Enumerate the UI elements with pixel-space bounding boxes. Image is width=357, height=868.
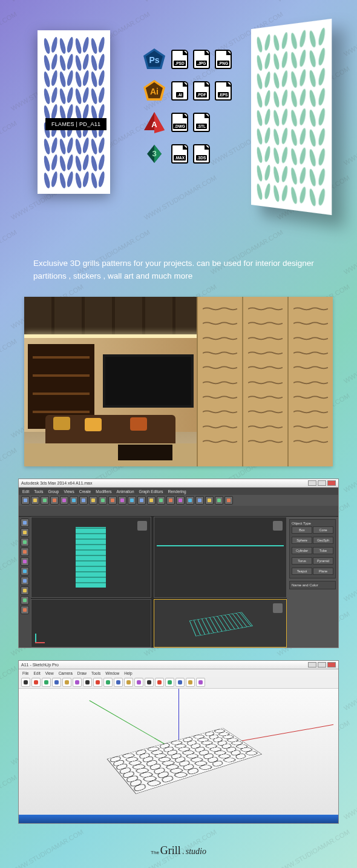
tool-icon[interactable] (21, 528, 29, 537)
svg-text:3: 3 (152, 149, 156, 158)
menu-item[interactable]: Graph Editors (139, 489, 163, 494)
create-button[interactable]: GeoSph (313, 537, 333, 544)
create-button[interactable]: Pyramid (313, 557, 333, 565)
file-badge: .STL (193, 113, 210, 132)
tool-icon[interactable] (21, 606, 29, 614)
maximize-button[interactable] (318, 480, 326, 486)
tool-icon[interactable] (62, 678, 71, 687)
tool-icon[interactable] (21, 596, 29, 605)
format-row-3dsmax: 3 .MAX .3DS (142, 142, 232, 166)
tool-icon[interactable] (155, 678, 164, 687)
tool-icon[interactable] (145, 678, 154, 687)
tool-icon[interactable] (79, 496, 88, 505)
tool-icon[interactable] (134, 678, 143, 687)
menu-item[interactable]: File (22, 671, 28, 675)
tool-icon[interactable] (21, 496, 30, 505)
tool-icon[interactable] (224, 496, 233, 505)
tool-icon[interactable] (137, 496, 146, 505)
tool-icon[interactable] (99, 496, 107, 505)
minimize-button[interactable] (308, 662, 316, 668)
max-left-toolbar (19, 517, 31, 648)
create-button[interactable]: Box (292, 526, 312, 534)
tool-icon[interactable] (21, 557, 29, 566)
tool-icon[interactable] (21, 567, 29, 575)
create-button[interactable]: Sphere (292, 537, 312, 544)
illustrator-icon: Ai (142, 79, 166, 103)
menu-item[interactable]: Create (79, 489, 91, 494)
tool-icon[interactable] (21, 548, 29, 556)
3dsmax-screenshot: Autodesk 3ds Max 2014 x64 A11.max Edit T… (18, 479, 339, 648)
viewport-top[interactable] (154, 517, 287, 598)
tool-icon[interactable] (31, 678, 41, 687)
menu-item[interactable]: Help (124, 671, 132, 675)
tool-icon[interactable] (166, 496, 175, 505)
tool-icon[interactable] (73, 678, 82, 687)
viewport-perspective[interactable] (154, 599, 287, 648)
tool-icon[interactable] (215, 496, 223, 505)
menu-item[interactable]: View (45, 671, 54, 675)
tool-icon[interactable] (195, 496, 204, 505)
tool-icon[interactable] (31, 496, 39, 505)
create-button[interactable]: Teapot (292, 568, 312, 575)
svg-text:Ai: Ai (150, 87, 159, 96)
menu-item[interactable]: Edit (33, 671, 40, 675)
tool-icon[interactable] (175, 678, 185, 687)
menu-item[interactable]: Tools (34, 489, 43, 494)
tool-icon[interactable] (165, 678, 174, 687)
create-button[interactable]: Plane (313, 568, 333, 575)
sketchup-viewport[interactable] (19, 689, 338, 815)
tool-icon[interactable] (21, 538, 29, 546)
menu-item[interactable]: Window (105, 671, 119, 675)
menu-item[interactable]: Animation (117, 489, 134, 494)
create-button[interactable]: Cylinder (292, 547, 312, 554)
tool-icon[interactable] (41, 496, 49, 505)
tool-icon[interactable] (89, 496, 97, 505)
create-button[interactable]: Tube (313, 547, 333, 554)
create-button[interactable]: Cone (313, 526, 333, 534)
tool-icon[interactable] (83, 678, 92, 687)
tool-icon[interactable] (50, 496, 59, 505)
viewport-left[interactable] (31, 599, 151, 648)
viewcube-icon[interactable] (137, 521, 147, 531)
tool-icon[interactable] (205, 496, 214, 505)
tool-icon[interactable] (157, 496, 165, 505)
tool-icon[interactable] (186, 678, 195, 687)
tool-icon[interactable] (118, 496, 126, 505)
tool-icon[interactable] (124, 678, 133, 687)
tool-icon[interactable] (108, 496, 117, 505)
tool-icon[interactable] (60, 496, 68, 505)
menu-item[interactable]: Rendering (168, 489, 186, 494)
tool-icon[interactable] (52, 678, 61, 687)
tool-icon[interactable] (196, 678, 205, 687)
tool-icon[interactable] (176, 496, 185, 505)
menu-item[interactable]: Group (48, 489, 59, 494)
tool-icon[interactable] (103, 678, 113, 687)
tool-icon[interactable] (186, 496, 194, 505)
tool-icon[interactable] (21, 518, 29, 527)
minimize-button[interactable] (308, 480, 316, 486)
tool-icon[interactable] (21, 577, 29, 585)
menu-item[interactable]: Edit (22, 489, 29, 494)
tool-icon[interactable] (147, 496, 156, 505)
tool-icon[interactable] (21, 678, 30, 687)
create-button[interactable]: Torus (292, 557, 312, 565)
viewcube-icon[interactable] (273, 521, 283, 531)
tool-icon[interactable] (93, 678, 102, 687)
close-button[interactable] (327, 662, 336, 668)
close-button[interactable] (327, 480, 336, 486)
content: FLAMES | PD_A11 Ps .PSD .JPG .PNG Ai .AI… (0, 0, 357, 242)
menu-item[interactable]: Modifiers (96, 489, 111, 494)
viewcube-icon[interactable] (273, 603, 283, 613)
svg-text:A: A (151, 120, 157, 129)
maximize-button[interactable] (318, 662, 326, 668)
menu-item[interactable]: Draw (77, 671, 87, 675)
tool-icon[interactable] (21, 586, 29, 595)
tool-icon[interactable] (128, 496, 136, 505)
tool-icon[interactable] (70, 496, 78, 505)
viewport-front[interactable] (31, 517, 151, 598)
menu-item[interactable]: Tools (91, 671, 100, 675)
menu-item[interactable]: Views (64, 489, 74, 494)
tool-icon[interactable] (42, 678, 51, 687)
menu-item[interactable]: Camera (59, 671, 73, 675)
tool-icon[interactable] (114, 678, 123, 687)
